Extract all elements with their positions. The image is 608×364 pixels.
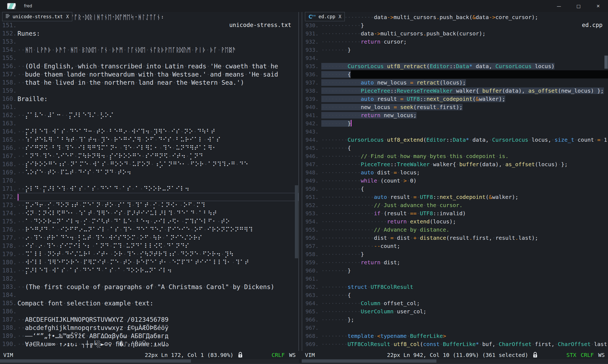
code-line[interactable]: 180.··⠺⠊⠇⠇·⠹⠻⠑⠋⠕⠗⠑·⠏⠻⠍⠊⠞·⠍⠑·⠞⠕·⠗⠑⠏⠑⠁⠞⠂·⠑… — [0, 258, 298, 266]
tab-close-icon[interactable]: X — [339, 14, 341, 19]
code-line[interactable]: 939.············auto·result·=·UTF8::next… — [302, 95, 608, 103]
code-line[interactable]: 935.········CursorLocus·utf8_retract(Edi… — [302, 62, 608, 70]
code-line[interactable]: 930.············} — [302, 21, 608, 29]
code-line[interactable]: 182. — [0, 275, 298, 283]
code-line[interactable]: 961. — [302, 275, 608, 283]
code-line[interactable]: 166.··⠎⠊⠛⠝⠫·⠃⠹·⠹⠑·⠊⠇⠻⠛⠹⠍⠁⠝⠂·⠹⠑·⠊⠇⠻⠅⠂·⠹⠑·… — [0, 144, 298, 152]
code-line[interactable]: 936.········{ — [302, 70, 608, 78]
code-line[interactable]: 932.············return·cursor; — [302, 38, 608, 46]
code-line[interactable]: 168.··⡎⠊⠗⠕⠕⠛⠑⠰⠎·⠝⠁⠍⠑·⠺⠁⠎·⠛⠕⠕⠙·⠥⠏⠕⠝·⠰⡡⠁⠝⠛… — [0, 160, 298, 168]
code-line[interactable]: 934. — [302, 54, 608, 62]
code-line[interactable]: 949.············while·(count·>·0) — [302, 177, 608, 185]
code-line[interactable]: 187.··ABCDEFGHIJKLMNOPQRSTUVWXYZ·/012345… — [0, 316, 298, 324]
code-line[interactable]: 184. — [0, 291, 298, 299]
horizontal-scrollbar[interactable] — [302, 359, 608, 363]
code-line[interactable]: 959.············return·dist; — [302, 258, 608, 266]
code-line[interactable]: 159. — [0, 87, 298, 95]
code-line[interactable]: 155. — [0, 54, 298, 62]
code-line[interactable]: 937.············auto·new_locus·=·retract… — [302, 78, 608, 87]
tab-unicode-stress[interactable]: unicode-stress.txt X — [2, 12, 72, 21]
code-line[interactable]: 165.··⠱⠁⠞⠑⠧⠻·⠁⠃⠳⠞·⠹⠁⠞⠲·⡹⠑·⠗⠑⠛⠊⠌⠻·⠕⠋·⠙⠊⠎·… — [0, 136, 298, 144]
code-line[interactable]: 177.··⠔·⠹⠑·⠞⠗⠁⠙⠑⠲·⡃⠥⠞·⠹⠑·⠺⠊⠎⠙⠕⠍·⠕⠋·⠳⠗·⠁⠝… — [0, 234, 298, 242]
code-line[interactable]: 157.··bude·thaem·lande·northweardum·with… — [0, 70, 298, 78]
code-line[interactable]: 185.Compact·font·selection·example·text: — [0, 299, 298, 307]
scrollbar-thumb[interactable] — [0, 359, 191, 363]
code-line[interactable]: 178.··⠊⠎·⠔·⠹⠑·⠎⠊⠍⠊⠇⠑⠆·⠁⠝⠙·⠍⠹·⠥⠝⠙⠁⠇⠇⠪⠫·⠙⠁… — [0, 242, 298, 250]
code-line[interactable]: 963.········{ — [302, 291, 608, 299]
code-line[interactable]: 968.········template·<typename·BufferLik… — [302, 332, 608, 340]
code-line[interactable]: 158.··that·he·lived·in·the·northern·land… — [0, 78, 298, 87]
editor-pane-right[interactable]: 929.················data->multi_cursors.… — [302, 12, 608, 351]
code-line[interactable]: 163. — [0, 119, 298, 128]
code-line[interactable]: 160.Braille: — [0, 95, 298, 103]
code-line[interactable]: 938.············PieceTree::ReverseTreeWa… — [302, 87, 608, 95]
code-line[interactable]: 958.············} — [302, 250, 608, 258]
code-line[interactable]: 162.··⡌⠁⠧⠑·⠼⠁⠒··⡍⠜⠇⠑⠹⠌·⡣⠕⠌ — [0, 111, 298, 119]
code-line[interactable]: 951.················auto·result·=·UTF8::… — [302, 193, 608, 201]
tab-ed-cpp[interactable]: C++ ed.cpp X — [305, 12, 345, 21]
code-line[interactable]: 167.··⠁⠝⠙·⠹⠑·⠡⠊⠑⠋·⠍⠳⠗⠝⠻⠲·⡎⠊⠗⠕⠕⠛⠑·⠎⠊⠛⠝⠫·⠊… — [0, 152, 298, 160]
code-line[interactable]: 181.··⡍⠜⠇⠑⠹·⠺⠁⠎·⠁⠎·⠙⠑⠁⠙·⠁⠎·⠁·⠙⠕⠕⠗⠤⠝⠁⠊⠇⠲ — [0, 266, 298, 275]
code-line[interactable]: 169.··⠡⠕⠎⠑·⠞⠕·⠏⠥⠞·⠙⠊⠎·⠙⠁⠝⠙·⠞⠕⠲ — [0, 168, 298, 177]
code-line[interactable]: 955.················//·Advance·by·distan… — [302, 226, 608, 234]
code-line[interactable]: 183.··(The·first·couple·of·paragraphs·of… — [0, 283, 298, 291]
scrollbar-thumb[interactable] — [604, 56, 608, 69]
code-line[interactable]: 175.··⠁·⠙⠕⠕⠗⠤⠝⠁⠊⠇⠲·⡊·⠍⠊⠣⠞·⠙⠁⠧⠑·⠃⠑⠲·⠔⠊⠇⠔⠫… — [0, 217, 298, 226]
code-line[interactable]: 173.··⡍⠔⠙⠖·⡊·⠙⠕⠝⠰⠞·⠍⠑⠁⠝·⠞⠕·⠎⠁⠹·⠹⠁⠞·⡊·⠅⠝⠪… — [0, 201, 298, 209]
code-line[interactable]: 186. — [0, 307, 298, 316]
code-line[interactable]: 172. — [0, 193, 298, 201]
code-line[interactable]: 944.········CursorLocus·utf8_extend(Edit… — [302, 136, 608, 144]
code-line[interactable]: 153. — [0, 38, 298, 46]
code-line[interactable]: 933.········} — [302, 46, 608, 54]
code-line[interactable]: 952.················//·Just·advance·the·… — [302, 201, 608, 209]
code-line[interactable]: 946.············//·Find·out·how·many·byt… — [302, 152, 608, 160]
minimize-button[interactable]: — — [549, 0, 569, 12]
code-line[interactable]: 957.················--count; — [302, 242, 608, 250]
code-line[interactable]: 969.········UTF8ColResult·utf8_col(const… — [302, 340, 608, 348]
code-line[interactable]: 942.········} — [302, 119, 608, 128]
code-line[interactable]: 947.············PieceTree::TreeWalker·wa… — [302, 160, 608, 168]
code-line[interactable]: 953.················if·(result·==·UTF8::… — [302, 209, 608, 217]
code-line[interactable]: 156.··(Old·English,·which·transcribed·in… — [0, 62, 298, 70]
code-line[interactable]: 954.····················return·extend(lo… — [302, 217, 608, 226]
code-line[interactable]: 962.········struct·UTF8ColResult — [302, 283, 608, 291]
scrollbar-thumb[interactable] — [302, 359, 436, 363]
code-line[interactable]: 190.··∀∂∈ℝ∧∪≡∞·↑↗↨↻⇣·┐┼╔╘░►☺♀·ﬁ�⑀₂ἠḂӥẄɐː… — [0, 340, 298, 348]
code-line[interactable]: 943. — [302, 128, 608, 136]
code-line[interactable]: 940.············new_locus·=·seek(result.… — [302, 103, 608, 111]
code-line[interactable]: 960.········} — [302, 266, 608, 275]
code-line[interactable]: 171.··⡕⠇⠙·⡍⠜⠇⠑⠹·⠺⠁⠎·⠁⠎·⠙⠑⠁⠙·⠁⠎·⠁·⠙⠕⠕⠗⠤⠝⠁… — [0, 185, 298, 193]
code-line[interactable]: 950.············{ — [302, 185, 608, 193]
code-line[interactable]: 929.················data->multi_cursors.… — [302, 13, 608, 21]
code-line[interactable]: 179.··⠩⠁⠇⠇·⠝⠕⠞·⠙⠊⠌⠥⠗⠃·⠊⠞⠂·⠕⠗·⠹⠑·⡊⠳⠝⠞⠗⠹⠰⠎… — [0, 250, 298, 258]
code-line[interactable]: 945.········{ — [302, 144, 608, 152]
code-line[interactable]: 965.············UserColumn·user_col; — [302, 307, 608, 316]
vertical-scrollbar[interactable] — [295, 12, 298, 351]
editor-pane-left[interactable]: 150.··ᚷᛁᚠ᛫ᚻᛖ᛫ᚹᛁᛚᛖ᛫ᚠᚩᚱ᛫ᛞᚱᛁᚻᛏᚾᛖ᛫ᛞᚩᛗᛖᛋ᛫ᚻᛚᛇᛏ… — [0, 12, 299, 351]
code-line[interactable]: 188.··abcdefghijklmnopqrstuvwxyz·£©µÀÆÖÞ… — [0, 324, 298, 332]
maximize-button[interactable]: □ — [569, 0, 588, 12]
code-line[interactable]: 941.············return·new_locus; — [302, 111, 608, 119]
line-text: ············PieceTree::TreeWalker·walker… — [321, 160, 608, 168]
lock-icon[interactable] — [238, 352, 243, 358]
code-line[interactable]: 164.··⡍⠜⠇⠑⠹·⠺⠁⠎·⠙⠑⠁⠙⠒·⠞⠕·⠃⠑⠛⠔·⠺⠊⠹⠲·⡹⠻⠑·⠊… — [0, 128, 298, 136]
code-line[interactable]: 966.········}; — [302, 316, 608, 324]
lock-icon[interactable] — [533, 352, 538, 358]
code-line[interactable]: 189.··–—‘“”„†•…‰™œŠŸž€·ΑΒΓΔΩαβγδω·АБВГДа… — [0, 332, 298, 340]
horizontal-scrollbar[interactable] — [0, 359, 299, 363]
code-line[interactable]: 931.············data->multi_cursors.push… — [302, 29, 608, 38]
tab-close-icon[interactable]: X — [66, 14, 69, 19]
code-line[interactable]: 967. — [302, 324, 608, 332]
scrollbar-thumb[interactable] — [295, 185, 298, 258]
code-line[interactable]: 161. — [0, 103, 298, 111]
close-button[interactable]: ✕ — [588, 0, 608, 12]
code-line[interactable]: 154.··ᚻᛖ·ᚳᚹᚫᚦ·ᚦᚫᛏ·ᚻᛖ·ᛒᚢᛞᛖ·ᚩᚾ·ᚦᚫᛗ·ᛚᚪᚾᛞᛖ·ᚾ… — [0, 46, 298, 54]
code-line[interactable]: 170. — [0, 177, 298, 185]
code-line[interactable]: 174.··⠪⠝·⠅⠝⠪⠇⠫⠛⠑⠂·⠱⠁⠞·⠹⠻⠑·⠊⠎·⠏⠜⠞⠊⠊⠥⠇⠜⠇⠹·… — [0, 209, 298, 217]
code-line[interactable]: 956.················dist·=·dist·+·distan… — [302, 234, 608, 242]
code-line[interactable]: 964.············Column·offset_col; — [302, 299, 608, 307]
code-line[interactable]: 948.············auto·dist·=·locus; — [302, 168, 608, 177]
code-line[interactable]: 152.Runes: — [0, 29, 298, 38]
code-line[interactable]: 176.··⠗⠑⠛⠜⠙·⠁·⠊⠕⠋⠋⠔⠤⠝⠁⠊⠇·⠁⠎·⠹⠑·⠙⠑⠁⠙⠑⠌·⠏⠊… — [0, 226, 298, 234]
vertical-scrollbar[interactable] — [604, 12, 608, 351]
